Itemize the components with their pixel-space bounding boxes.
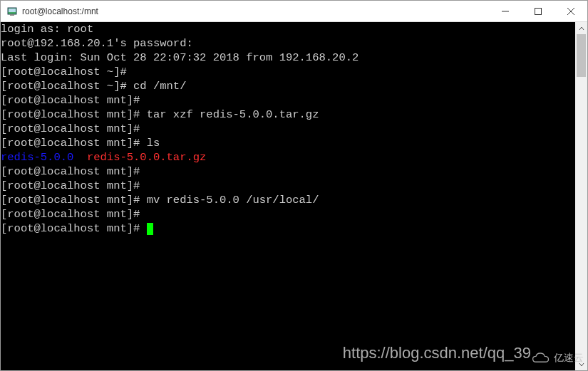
titlebar-left: root@localhost:/mnt [1, 6, 489, 17]
terminal-line: Last login: Sun Oct 28 22:07:32 2018 fro… [1, 51, 575, 65]
terminal-line: [root@localhost mnt]# ls [1, 136, 575, 150]
close-button[interactable] [555, 1, 587, 22]
minimize-button[interactable] [489, 1, 522, 22]
terminal-line: [root@localhost mnt]# [1, 207, 575, 221]
cursor [147, 223, 153, 235]
minimize-icon [502, 8, 509, 15]
svg-rect-4 [535, 8, 542, 14]
terminal-line: [root@localhost mnt]# [1, 93, 575, 108]
putty-icon [6, 6, 18, 17]
terminal-line: [root@localhost mnt]# [1, 164, 575, 179]
scroll-up-button[interactable] [575, 22, 587, 34]
terminal-line: [root@localhost mnt]# [1, 221, 575, 236]
terminal-line: [root@localhost mnt]# [1, 122, 575, 136]
terminal-line: root@192.168.20.1's password: [1, 36, 575, 51]
terminal-line: [root@localhost mnt]# tar xzf redis-5.0.… [1, 108, 575, 122]
maximize-icon [535, 8, 542, 15]
terminal-line: [root@localhost mnt]# [1, 179, 575, 193]
terminal[interactable]: login as: rootroot@192.168.20.1's passwo… [1, 22, 575, 370]
scrollbar-thumb[interactable] [577, 34, 586, 77]
terminal-line: login as: root [1, 22, 575, 36]
maximize-button[interactable] [522, 1, 555, 22]
close-icon [567, 8, 574, 15]
terminal-area: login as: rootroot@192.168.20.1's passwo… [1, 22, 587, 370]
terminal-line: [root@localhost ~]# cd /mnt/ [1, 79, 575, 93]
svg-rect-2 [10, 14, 14, 16]
scrollbar-track[interactable] [575, 34, 587, 358]
window-title: root@localhost:/mnt [22, 6, 98, 16]
terminal-line: [root@localhost mnt]# mv redis-5.0.0 /us… [1, 193, 575, 207]
putty-window: root@localhost:/mnt login as: rootroot@1… [0, 0, 588, 371]
scroll-down-button[interactable] [575, 358, 587, 370]
scrollbar[interactable] [575, 22, 587, 370]
chevron-down-icon [579, 362, 584, 367]
svg-rect-1 [9, 9, 16, 12]
chevron-up-icon [579, 26, 584, 31]
terminal-line: redis-5.0.0 redis-5.0.0.tar.gz [1, 150, 575, 164]
titlebar: root@localhost:/mnt [1, 1, 587, 22]
terminal-line: [root@localhost ~]# [1, 65, 575, 79]
window-controls [489, 1, 587, 22]
